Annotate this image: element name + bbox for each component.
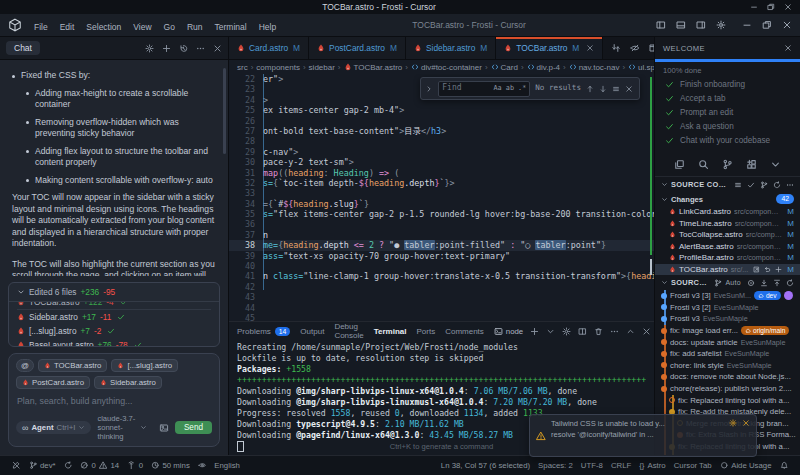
breadcrumb-item[interactable]: Card — [491, 63, 518, 72]
graph-commit-row[interactable]: chore(release): publish version 2.... — [655, 383, 800, 395]
edited-file-row[interactable]: TOCBar.astro+122-4 — [17, 302, 211, 310]
menu-terminal[interactable]: Terminal — [209, 19, 253, 35]
status-item[interactable]: Ln 38, Col 57 (6 selected) — [437, 461, 534, 470]
panel-tab-output[interactable]: Output — [300, 322, 324, 340]
edited-file-row[interactable]: [...slug].astro+7-2 — [17, 324, 211, 338]
find-in-selection-icon[interactable] — [612, 85, 620, 93]
welcome-checklist-item[interactable]: Ask a question — [655, 119, 800, 133]
close-icon[interactable] — [784, 44, 792, 52]
restore-button[interactable] — [762, 20, 772, 30]
chat-scrollbar[interactable] — [223, 68, 226, 154]
graph-commit-row[interactable]: docs: update articleEveSunMaple — [655, 336, 800, 348]
close-icon[interactable] — [642, 327, 651, 336]
context-chip[interactable]: Sidebar.astro — [94, 376, 162, 389]
panel-tab-problems[interactable]: Problems14 — [237, 322, 290, 340]
model-picker[interactable]: claude-3.7-sonnet-thinking — [97, 414, 147, 441]
branch-icon[interactable] — [722, 159, 733, 170]
find-input[interactable]: Find Aa ab .* — [438, 81, 530, 97]
sync-icon[interactable] — [786, 279, 794, 287]
discard-icon[interactable] — [764, 266, 771, 273]
plus-icon[interactable] — [162, 44, 171, 53]
diff-icon[interactable] — [611, 43, 621, 53]
panel-tab-comments[interactable]: Comments — [445, 322, 484, 340]
status-item[interactable] — [776, 461, 793, 470]
status-item[interactable]: 0 — [123, 461, 147, 470]
arrow-up-icon[interactable] — [586, 85, 594, 93]
welcome-checklist-item[interactable]: Finish onboarding — [655, 77, 800, 91]
more-icon[interactable] — [196, 44, 205, 53]
close-button[interactable] — [782, 20, 792, 30]
close-icon[interactable] — [742, 419, 750, 427]
chevron-right-icon[interactable] — [425, 85, 433, 93]
status-item[interactable]: 50 mins — [147, 461, 194, 470]
menu-edit[interactable]: Edit — [54, 19, 81, 35]
breadcrumb-item[interactable]: nav.toc-nav — [569, 63, 620, 72]
status-item[interactable]: {}Astro — [635, 461, 669, 470]
minimize-button[interactable] — [742, 20, 752, 30]
breadcrumb-item[interactable]: div#toc-container — [411, 63, 482, 72]
welcome-checklist-item[interactable]: Prompt an edit — [655, 105, 800, 119]
edited-file-row[interactable]: Sidebar.astro+17-11 — [17, 310, 211, 324]
menu-view[interactable]: View — [127, 19, 157, 35]
layout-right-icon[interactable] — [696, 20, 706, 30]
plus-icon[interactable] — [775, 266, 782, 273]
change-row[interactable]: TocCollapse.astrosrc/compo...M — [655, 229, 800, 241]
history-icon[interactable] — [179, 44, 188, 53]
status-item[interactable]: Spaces: 2 — [534, 461, 577, 470]
close-button[interactable] — [784, 3, 792, 11]
context-chip[interactable]: TOCBar.astro — [38, 359, 108, 372]
arrow-down-icon[interactable] — [599, 85, 607, 93]
check-icon[interactable] — [747, 181, 755, 189]
download-icon[interactable] — [760, 279, 768, 287]
trash-icon[interactable] — [594, 327, 603, 336]
panel-tab-terminal[interactable]: Terminal — [374, 322, 407, 340]
status-item[interactable]: Cursor Tab — [670, 461, 716, 470]
chat-input[interactable]: Plan, search, build anything... — [16, 394, 212, 414]
add-context-button[interactable]: @ — [16, 359, 34, 372]
status-item[interactable]: CRLF — [607, 461, 635, 470]
find-options[interactable]: Aa ab .* — [494, 83, 527, 93]
breadcrumb-item[interactable]: src — [237, 63, 248, 72]
edited-file-row[interactable]: BaseLayout.astro+76-78 — [17, 338, 211, 346]
context-chip[interactable]: PostCard.astro — [16, 376, 90, 389]
branch-icon[interactable] — [760, 181, 768, 189]
graph-commit-row[interactable]: docs: remove note about Node.js... — [655, 371, 800, 383]
panel-tab-debug-console[interactable]: Debug Console — [334, 322, 363, 340]
gear-icon[interactable] — [145, 44, 154, 53]
list-icon[interactable] — [734, 181, 742, 189]
graph-commit-row[interactable]: chore: link styleEveSunMaple — [655, 360, 800, 372]
breadcrumb-item[interactable]: div.p-4 — [527, 63, 560, 72]
split-icon[interactable] — [578, 327, 587, 336]
menu-run[interactable]: Run — [181, 19, 209, 35]
chevron-down-icon[interactable] — [546, 327, 555, 336]
scm-graph-header[interactable]: SOURCE CONTROL GRAPH Auto — [655, 275, 800, 290]
close-tab-icon[interactable] — [583, 44, 594, 52]
go-file-icon[interactable] — [753, 266, 760, 273]
change-row[interactable]: ProfileBar.astrosrc/compone...M — [655, 252, 800, 264]
more-icon[interactable] — [610, 327, 619, 336]
change-row[interactable]: AlertBase.astrosrc/compone...M — [655, 241, 800, 253]
gear-icon[interactable] — [562, 327, 571, 336]
close-icon[interactable] — [213, 44, 222, 53]
gear-icon[interactable] — [716, 20, 726, 30]
status-item[interactable] — [194, 461, 211, 470]
context-chip[interactable]: [...slug].astro — [111, 359, 178, 372]
tab-sidebar-astro[interactable]: Sidebar.astroM — [406, 37, 496, 59]
tab-postcard-astro[interactable]: PostCard.astroM — [309, 37, 406, 59]
layout-left-icon[interactable] — [656, 20, 666, 30]
breadcrumb-item[interactable]: ul.space... — [628, 63, 654, 72]
eye-off-icon[interactable] — [630, 43, 640, 53]
sync-icon[interactable] — [773, 181, 781, 189]
code-editor[interactable]: 22er">2324>25ex items-center gap-2 mb-4"… — [229, 74, 654, 321]
more-icon[interactable] — [786, 181, 794, 189]
change-row[interactable]: TOCBar.astrosrc/...M — [655, 264, 800, 276]
welcome-checklist-item[interactable]: Accept a tab — [655, 91, 800, 105]
graph-commit-row[interactable]: fix: image load err...origin/main — [655, 325, 800, 337]
layout-bottom-icon[interactable] — [676, 20, 686, 30]
close-icon[interactable] — [625, 85, 633, 93]
tab-card-astro[interactable]: Card.astroM — [229, 37, 309, 59]
graph-commit-row[interactable]: Frosti v3 [2]EveSunMaple — [655, 302, 800, 314]
chevron-up-icon[interactable] — [626, 327, 635, 336]
target-icon[interactable] — [747, 279, 755, 287]
menu-help[interactable]: Help — [253, 19, 282, 35]
